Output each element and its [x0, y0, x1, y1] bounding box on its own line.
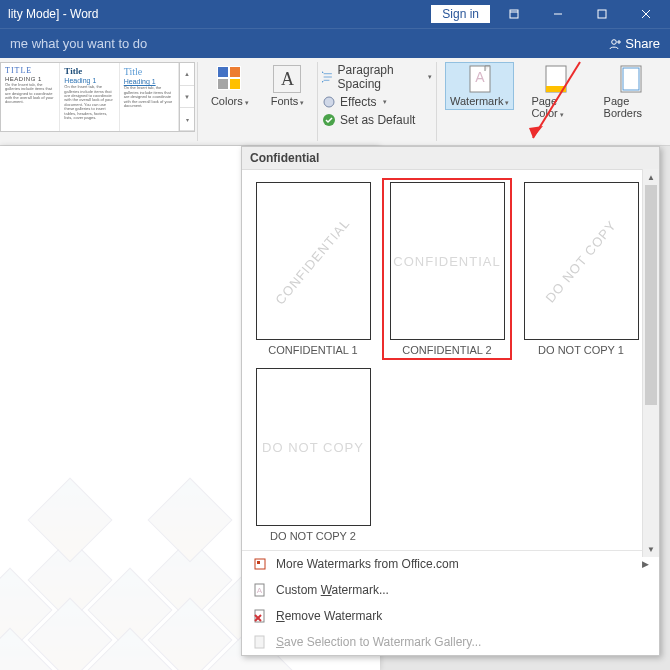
- watermark-group: A Watermark▾: [439, 58, 520, 145]
- effects-label: Effects: [340, 95, 376, 109]
- style-body: On the Insert tab, the galleries include…: [64, 85, 114, 120]
- ribbon-display-options-button[interactable]: [494, 0, 534, 28]
- svg-rect-0: [510, 10, 518, 18]
- close-button[interactable]: [626, 0, 666, 28]
- save-selection-item: Save Selection to Watermark Gallery...: [242, 629, 659, 655]
- paragraph-spacing-label: Paragraph Spacing: [338, 63, 423, 91]
- style-title: Title: [64, 66, 114, 77]
- style-body: On the Insert tab, the galleries include…: [5, 83, 55, 105]
- gallery-spinner: ▲ ▼ ▾: [179, 63, 194, 131]
- sign-in-button[interactable]: Sign in: [431, 5, 490, 23]
- colors-group: Colors▾: [200, 58, 260, 145]
- set-as-default-label: Set as Default: [340, 113, 415, 127]
- svg-rect-18: [621, 66, 641, 92]
- title-bar: lity Mode] - Word Sign in: [0, 0, 670, 28]
- spacing-effects-group: Paragraph Spacing▾ Effects▾ Set as Defau…: [320, 58, 434, 145]
- page-color-button[interactable]: Page Color▾: [526, 62, 586, 122]
- page-borders-icon: [617, 65, 645, 93]
- watermark-thumb-text: CONFIDENTIAL: [273, 215, 353, 307]
- maximize-button[interactable]: [582, 0, 622, 28]
- watermark-icon: A: [466, 65, 494, 93]
- watermark-caption: DO NOT COPY 2: [270, 530, 356, 542]
- watermark-caption: CONFIDENTIAL 2: [402, 344, 491, 356]
- watermark-gallery: CONFIDENTIAL CONFIDENTIAL 1 CONFIDENTIAL…: [242, 170, 659, 550]
- watermark-caption: DO NOT COPY 1: [538, 344, 624, 356]
- share-label: Share: [625, 36, 660, 51]
- page-color-icon: [542, 65, 570, 93]
- office-icon: [252, 556, 268, 572]
- remove-watermark-label: Remove Watermark: [276, 609, 382, 623]
- watermark-option-confidential-2[interactable]: CONFIDENTIAL CONFIDENTIAL 2: [382, 178, 512, 360]
- watermark-option-confidential-1[interactable]: CONFIDENTIAL CONFIDENTIAL 1: [248, 178, 378, 360]
- svg-rect-29: [255, 636, 264, 648]
- watermark-thumb-text: DO NOT COPY: [543, 217, 620, 305]
- tell-me-bar: me what you want to do Share: [0, 28, 670, 58]
- fonts-button[interactable]: A Fonts▾: [266, 62, 310, 110]
- custom-watermark-label: Custom Watermark...: [276, 583, 389, 597]
- effects-icon: [322, 95, 336, 109]
- watermark-button[interactable]: A Watermark▾: [445, 62, 514, 110]
- page-borders-label: Page Borders: [604, 95, 643, 119]
- watermark-thumb-text: DO NOT COPY: [262, 440, 364, 455]
- watermark-thumb-text: CONFIDENTIAL: [393, 254, 500, 269]
- svg-text:A: A: [475, 69, 485, 85]
- window-controls: Sign in: [431, 0, 666, 28]
- colors-button[interactable]: Colors▾: [206, 62, 254, 110]
- fonts-label: Fonts: [271, 95, 299, 107]
- page-borders-button[interactable]: Page Borders: [599, 62, 664, 122]
- watermark-scrollbar[interactable]: ▲ ▼: [642, 169, 659, 557]
- ribbon: TITLE HEADING 1 On the Insert tab, the g…: [0, 58, 670, 146]
- check-icon: [322, 113, 336, 127]
- fonts-group: A Fonts▾: [260, 58, 316, 145]
- watermark-menu-footer: More Watermarks from Office.com ▶ A Cust…: [242, 550, 659, 655]
- gallery-more-button[interactable]: ▾: [180, 108, 194, 131]
- save-selection-icon: [252, 634, 268, 650]
- window-title: lity Mode] - Word: [8, 7, 98, 21]
- tell-me-input[interactable]: me what you want to do: [10, 36, 147, 51]
- watermark-menu: Confidential CONFIDENTIAL CONFIDENTIAL 1…: [241, 146, 660, 656]
- scroll-up-button[interactable]: ▲: [643, 169, 659, 185]
- paragraph-spacing-button[interactable]: Paragraph Spacing▾: [320, 62, 434, 92]
- scroll-thumb[interactable]: [645, 185, 657, 405]
- fonts-icon: A: [273, 65, 301, 93]
- style-body: On the Insert tab, the galleries include…: [124, 86, 174, 108]
- page-color-label: Page Color: [531, 95, 557, 119]
- svg-rect-3: [598, 10, 606, 18]
- watermark-label: Watermark: [450, 95, 503, 107]
- more-watermarks-item[interactable]: More Watermarks from Office.com ▶: [242, 551, 659, 577]
- style-title: Title: [124, 66, 174, 78]
- submenu-arrow-icon: ▶: [642, 559, 649, 569]
- effects-button[interactable]: Effects▾: [320, 94, 434, 110]
- svg-text:A: A: [257, 586, 263, 595]
- minimize-button[interactable]: [538, 0, 578, 28]
- custom-watermark-item[interactable]: A Custom Watermark...: [242, 577, 659, 603]
- page-color-group: Page Color▾: [520, 58, 592, 145]
- document-formatting-gallery[interactable]: TITLE HEADING 1 On the Insert tab, the g…: [0, 62, 195, 132]
- style-preset[interactable]: Title Heading 1 On the Insert tab, the g…: [120, 63, 179, 131]
- save-selection-label: Save Selection to Watermark Gallery...: [276, 635, 481, 649]
- watermark-option-do-not-copy-1[interactable]: DO NOT COPY DO NOT COPY 1: [516, 178, 646, 360]
- style-preset[interactable]: TITLE HEADING 1 On the Insert tab, the g…: [1, 63, 60, 131]
- svg-point-6: [612, 39, 617, 44]
- gallery-down-button[interactable]: ▼: [180, 86, 194, 109]
- gallery-up-button[interactable]: ▲: [180, 63, 194, 86]
- watermark-option-do-not-copy-2[interactable]: DO NOT COPY DO NOT COPY 2: [248, 364, 378, 546]
- paragraph-spacing-icon: [322, 70, 334, 84]
- svg-point-12: [324, 97, 334, 107]
- share-icon: [607, 37, 621, 51]
- watermark-menu-header: Confidential: [242, 147, 659, 170]
- style-preset[interactable]: Title Heading 1 On the Insert tab, the g…: [60, 63, 119, 131]
- scroll-down-button[interactable]: ▼: [643, 541, 659, 557]
- more-watermarks-label: More Watermarks from Office.com: [276, 557, 459, 571]
- svg-rect-23: [257, 561, 260, 564]
- watermark-caption: CONFIDENTIAL 1: [268, 344, 357, 356]
- custom-watermark-icon: A: [252, 582, 268, 598]
- style-title: TITLE: [5, 66, 55, 76]
- remove-watermark-item[interactable]: Remove Watermark: [242, 603, 659, 629]
- svg-rect-17: [546, 86, 566, 92]
- page-borders-group: Page Borders: [593, 58, 670, 145]
- colors-icon: [216, 65, 244, 93]
- set-as-default-button[interactable]: Set as Default: [320, 112, 434, 128]
- share-button[interactable]: Share: [607, 36, 660, 51]
- remove-watermark-icon: [252, 608, 268, 624]
